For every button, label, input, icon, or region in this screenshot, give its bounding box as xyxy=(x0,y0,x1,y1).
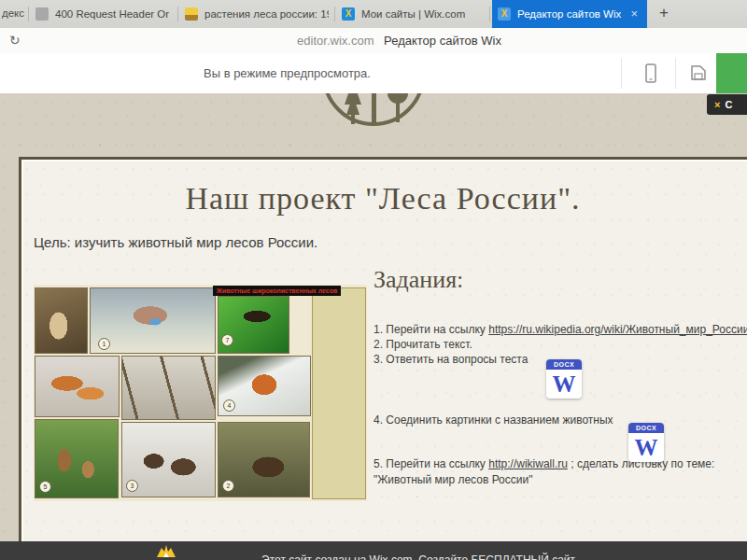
photo-number-badge: 5 xyxy=(39,481,51,493)
address-text: editor.wix.com Редактор сайтов Wix xyxy=(0,34,747,48)
new-tab-button[interactable]: + xyxy=(659,4,669,22)
photo-jay: 1 xyxy=(90,287,216,354)
address-bar[interactable]: ↻ editor.wix.com Редактор сайтов Wix xyxy=(0,28,747,54)
page-title: Наш проект "Леса России". xyxy=(19,181,747,217)
generic-page-favicon xyxy=(35,7,49,21)
task-item-2: 2. Прочитать текст. xyxy=(374,338,472,351)
preview-action-button[interactable] xyxy=(716,53,747,93)
photo-snowy-branches xyxy=(121,356,216,420)
photo-wild-boars: 3 xyxy=(121,422,216,497)
tab-label: Мои сайты | Wix.com xyxy=(361,8,465,20)
photo-red-deer: 5 xyxy=(35,419,119,498)
wix-preview-bar: Вы в режиме предпросмотра. xyxy=(0,53,747,93)
tab-divider xyxy=(28,7,29,21)
tasks-heading: Задания: xyxy=(374,266,463,294)
tab-label: 400 Request Header Or Coo xyxy=(55,8,172,20)
photo-sleeping-foxes xyxy=(35,356,120,417)
collage-header: Животные широколиственных лесов xyxy=(213,286,341,296)
photo-stag-beetle: 7 xyxy=(218,296,289,354)
footer-promo-text: Этот сайт создан на Wix.com. Создайте БЕ… xyxy=(261,553,575,560)
browser-window: Наш проект "Леса России". Цель: изучить … xyxy=(0,0,747,560)
wix-x-icon: × xyxy=(714,99,720,110)
word-letter: W xyxy=(546,370,582,399)
photo-bison: 2 xyxy=(218,422,310,497)
task-item-4: 4. Соединить картинки с названием животн… xyxy=(374,413,613,427)
animals-collage: Животные широколиственных лесов 1 7 4 5 … xyxy=(34,285,367,501)
tab-divider xyxy=(489,7,490,21)
tab-close-icon[interactable]: × xyxy=(630,7,638,21)
mobile-view-icon[interactable] xyxy=(643,63,658,85)
docx-file-icon-leaflet[interactable]: DOCX W xyxy=(628,423,664,462)
goal-text: Цель: изучить животный мир лесов России. xyxy=(34,234,317,250)
task-5-text: 5. Перейти на ссылку xyxy=(374,457,488,470)
photo-number-badge: 1 xyxy=(98,338,110,350)
photo-number-badge: 2 xyxy=(222,480,234,492)
wix-favicon: X xyxy=(342,7,355,21)
task-item-3: 3. Ответить на вопросы теста xyxy=(374,353,528,366)
save-icon[interactable] xyxy=(690,64,707,81)
word-letter: W xyxy=(628,433,664,462)
wikipedia-link[interactable]: https://ru.wikipedia.org/wiki/Животный_м… xyxy=(488,323,747,336)
tab-wix-editor-active[interactable]: X Редактор сайтов Wix × xyxy=(492,0,647,28)
wix-favicon: X xyxy=(498,7,511,21)
wikiwall-link[interactable]: http://wikiwall.ru xyxy=(488,457,568,470)
photo-number-badge: 7 xyxy=(221,334,233,346)
wix-bird-icon xyxy=(157,545,176,558)
task-item-5-line2: "Животный мир лесов России" xyxy=(374,473,532,486)
tab-divider xyxy=(334,7,335,21)
preview-mode-message: Вы в режиме предпросмотра. xyxy=(204,66,371,80)
tab-400-request[interactable]: 400 Request Header Or Coo xyxy=(30,0,177,28)
task-item-1: 1. Перейти на ссылку https://ru.wikipedi… xyxy=(374,323,747,336)
browser-tab-bar: декс 400 Request Header Or Coo растения … xyxy=(0,0,747,29)
image-search-favicon xyxy=(185,7,198,21)
tab-label: растения леса россии: 19 т xyxy=(204,8,329,20)
tab-divider xyxy=(177,7,178,21)
tab-label: Редактор сайтов Wix xyxy=(517,8,621,20)
wix-created-badge[interactable]: × С xyxy=(707,94,747,115)
tab-partial-yandex[interactable]: декс xyxy=(2,7,24,19)
docx-file-icon-test[interactable]: DOCX W xyxy=(546,359,582,399)
photo-owl xyxy=(35,287,88,354)
photo-number-badge: 3 xyxy=(126,480,138,492)
tab-my-sites-wix[interactable]: X Мои сайты | Wix.com xyxy=(336,0,489,28)
photo-red-fox: 4 xyxy=(218,356,311,416)
toolbar-divider xyxy=(675,58,676,89)
photo-number-badge: 4 xyxy=(223,399,235,412)
address-host: editor.wix.com xyxy=(297,34,374,48)
task-1-text: 1. Перейти на ссылку xyxy=(374,323,488,336)
collage-side-strip xyxy=(312,287,366,499)
address-page-title: Редактор сайтов Wix xyxy=(384,34,501,48)
docx-badge: DOCX xyxy=(546,359,582,370)
docx-badge: DOCX xyxy=(628,423,664,433)
wix-footer-banner[interactable]: Этот сайт создан на Wix.com. Создайте БЕ… xyxy=(0,541,747,560)
toolbar-divider xyxy=(621,58,622,89)
wix-badge-text: С xyxy=(725,99,732,110)
tab-yandex-images[interactable]: растения леса россии: 19 т xyxy=(179,0,334,28)
